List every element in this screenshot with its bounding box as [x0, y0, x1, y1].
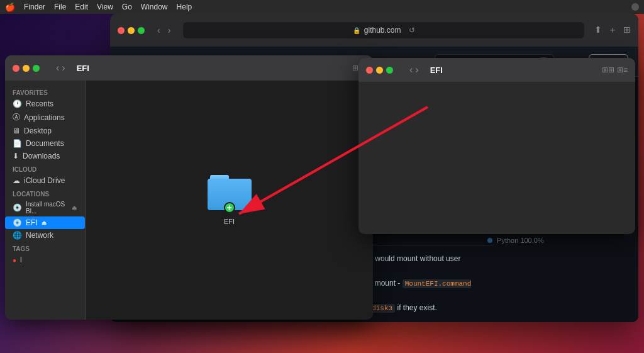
finder-forward-btn[interactable]: › — [62, 62, 65, 74]
python-dot — [487, 238, 492, 243]
finder-title-front: EFI — [430, 65, 443, 75]
icon-view-btn[interactable]: ⊞ — [352, 64, 358, 72]
close-button[interactable] — [118, 27, 125, 34]
documents-icon: 📄 — [13, 139, 22, 148]
folder-add-badge: + — [224, 202, 235, 213]
browser-chrome: ‹ › 🔒 github.com ↺ ⬆ ＋ ⊞ — [110, 14, 638, 47]
finder-close[interactable] — [13, 65, 19, 72]
menubar: 🍎 Finder File Edit View Go Window Help — [0, 0, 644, 14]
tag-label: l — [20, 255, 22, 264]
menubar-right-icons — [631, 3, 639, 11]
menu-finder[interactable]: Finder — [24, 3, 45, 11]
network-icon: 🌐 — [13, 231, 22, 240]
icloud-icon: ☁ — [13, 176, 20, 185]
share-icon[interactable]: ⬆ — [594, 25, 602, 36]
sidebar-recents[interactable]: 🕐 Recents — [5, 98, 85, 110]
favorites-label: Favorites — [5, 86, 85, 98]
front-maximize[interactable] — [386, 67, 393, 74]
sidebar-icon[interactable]: ⊞ — [623, 25, 631, 36]
install-macos-icon: 💿 — [13, 203, 22, 212]
icloud-label: iCloud Drive — [24, 176, 65, 185]
front-back-btn[interactable]: ‹ — [409, 64, 413, 76]
front-list-view[interactable]: ⊞≡ — [617, 65, 628, 74]
url-text: github.com — [364, 26, 401, 35]
address-bar[interactable]: 🔒 github.com ↺ — [183, 22, 584, 38]
menu-help[interactable]: Help — [177, 3, 192, 11]
efi-folder[interactable]: + EFI — [208, 175, 252, 225]
sidebar-documents[interactable]: 📄 Documents — [5, 137, 85, 150]
menu-go[interactable]: Go — [122, 3, 132, 11]
menu-edit[interactable]: Edit — [75, 3, 88, 11]
finder-chrome-back: ‹ › EFI ⊞ ≡ — [5, 55, 373, 81]
folder-icon: + — [208, 175, 252, 210]
sidebar-network[interactable]: 🌐 Network — [5, 229, 85, 242]
finder-window-front: ‹ › EFI ⊞⊞ ⊞≡ Favorites 🕐 Recents Ⓐ Appl… — [358, 58, 635, 234]
desktop-icon: 🖥 — [13, 126, 20, 135]
front-close[interactable] — [366, 67, 373, 74]
refresh-button[interactable]: ↺ — [409, 26, 415, 35]
front-view-buttons: ⊞⊞ ⊞≡ — [602, 65, 628, 74]
finder-traffic-lights — [13, 65, 40, 72]
locations-label: Locations — [5, 187, 85, 199]
recents-label: Recents — [26, 99, 53, 108]
finder-front-nav: ‹ › — [409, 64, 419, 76]
finder-chrome-front: ‹ › EFI ⊞⊞ ⊞≡ — [358, 58, 635, 82]
sidebar-applications[interactable]: Ⓐ Applications — [5, 110, 85, 125]
documents-label: Documents — [26, 139, 64, 148]
menu-file[interactable]: File — [54, 3, 66, 11]
sidebar-icloud-drive[interactable]: ☁ iCloud Drive — [5, 174, 85, 187]
tag-red-icon: ● — [13, 257, 16, 264]
finder-maximize[interactable] — [33, 65, 40, 72]
finder-body-back: Favorites 🕐 Recents Ⓐ Applications 🖥 Des… — [5, 81, 373, 320]
sidebar-efi[interactable]: 💿 EFI ⏏ — [5, 216, 85, 229]
menu-view[interactable]: View — [97, 3, 113, 11]
sidebar-install-macos[interactable]: 💿 Install macOS Bl... ⏏ — [5, 199, 85, 216]
python-label: Python 100.0% — [487, 237, 626, 244]
icloud-label: iCloud — [5, 162, 85, 174]
traffic-lights — [118, 27, 145, 34]
sidebar-tag-red[interactable]: ● l — [5, 254, 85, 266]
efi-label: EFI — [26, 218, 38, 227]
minimize-button[interactable] — [128, 27, 135, 34]
back-button[interactable]: ‹ — [155, 24, 163, 36]
browser-nav: ‹ › — [155, 24, 173, 36]
downloads-label: Downloads — [23, 152, 60, 160]
finder-sidebar-back: Favorites 🕐 Recents Ⓐ Applications 🖥 Des… — [5, 81, 86, 320]
front-icon-view[interactable]: ⊞⊞ — [602, 65, 614, 74]
efi-drive-icon: 💿 — [13, 218, 22, 227]
folder-label-back: EFI — [224, 218, 235, 225]
applications-label: Applications — [24, 113, 65, 122]
downloads-icon: ⬇ — [13, 152, 19, 160]
finder-title-back: EFI — [77, 64, 89, 73]
finder-nav: ‹ › — [56, 62, 65, 74]
front-forward-btn[interactable]: › — [415, 64, 418, 76]
apple-menu[interactable]: 🍎 — [5, 3, 15, 12]
network-label: Network — [26, 231, 53, 240]
eject-icon-efi[interactable]: ⏏ — [42, 220, 47, 226]
finder-back-btn[interactable]: ‹ — [56, 62, 59, 74]
finder-main-back: + EFI — [86, 81, 373, 320]
eject-icon-macos[interactable]: ⏏ — [72, 205, 77, 211]
desktop-label: Desktop — [24, 126, 52, 135]
install-macos-label: Install macOS Bl... — [26, 201, 68, 215]
finder-front-traffic-lights — [366, 67, 393, 74]
new-tab-icon[interactable]: ＋ — [608, 25, 617, 36]
finder-window-back: ‹ › EFI ⊞ ≡ Favorites 🕐 Recents Ⓐ Applic… — [5, 55, 373, 320]
front-minimize[interactable] — [376, 67, 383, 74]
tags-label: Tags — [5, 242, 85, 254]
browser-actions: ⬆ ＋ ⊞ — [594, 25, 631, 36]
finder-minimize[interactable] — [23, 65, 30, 72]
menu-window[interactable]: Window — [141, 3, 168, 11]
recents-icon: 🕐 — [13, 99, 22, 108]
applications-icon: Ⓐ — [13, 112, 20, 123]
forward-button[interactable]: › — [165, 24, 174, 36]
lock-icon: 🔒 — [353, 27, 360, 34]
sidebar-desktop[interactable]: 🖥 Desktop — [5, 125, 85, 137]
sidebar-downloads[interactable]: ⬇ Downloads — [5, 150, 85, 162]
maximize-button[interactable] — [138, 27, 145, 34]
